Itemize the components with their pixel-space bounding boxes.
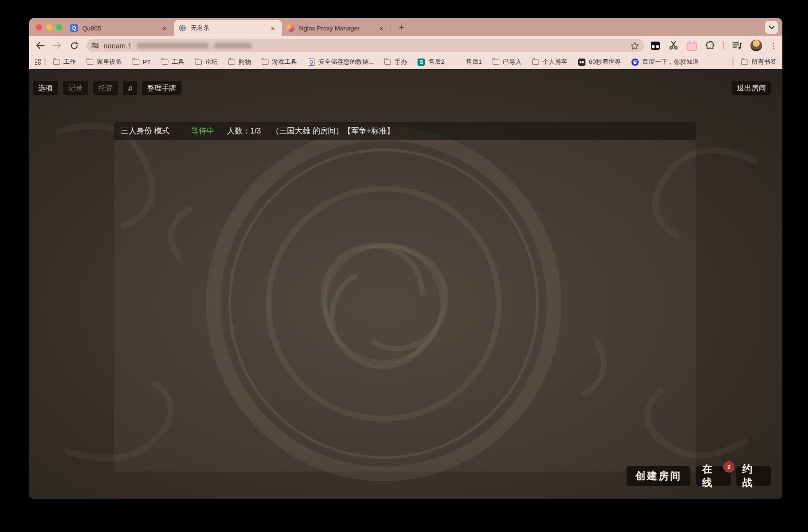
folder-icon (384, 59, 391, 65)
address-bar[interactable]: nonam.1 (87, 39, 644, 52)
zoom-window-button[interactable] (56, 24, 62, 30)
browser-toolbar: nonam.1 (29, 36, 782, 55)
media-controls-icon[interactable] (732, 40, 743, 51)
tab-strip: QQu805×无名杀×Nginx Proxy Manager× + (29, 18, 782, 36)
bookmark-item[interactable]: 个人博客 (532, 58, 568, 66)
exit-room-button[interactable]: 退出房间 (732, 81, 771, 95)
nginx-icon (287, 24, 295, 32)
tab-label: 无名杀 (191, 24, 269, 32)
tune-icon (91, 42, 99, 49)
folder-icon (53, 59, 60, 65)
folder-icon (87, 59, 93, 65)
room-description: （三国大雄 的房间）【军争+标准】 (271, 126, 394, 136)
folder-icon (228, 59, 235, 65)
reload-icon (70, 42, 78, 50)
bookmark-label: PT (143, 59, 151, 66)
tab-Nginx Proxy Manager[interactable]: Nginx Proxy Manager× (282, 20, 390, 36)
music-toggle-button[interactable]: ♫ (123, 81, 137, 95)
folder-icon (493, 59, 499, 65)
tab-无名杀[interactable]: 无名杀× (174, 20, 282, 36)
room-mode-label: 三人身份 模式 (121, 126, 191, 136)
scissors-extension-icon[interactable] (668, 40, 679, 51)
bookmark-item[interactable]: S售后2 (418, 58, 444, 66)
sort-hand-button[interactable]: 整理手牌 (142, 81, 181, 95)
auto-play-button[interactable]: 托管 (93, 81, 118, 95)
bookmark-label: 已导入 (503, 58, 522, 66)
url-redacted-blob (136, 43, 209, 48)
apps-grid-icon[interactable] (35, 59, 41, 65)
chevron-down-icon (769, 26, 775, 30)
bookmark-item[interactable]: 已导入 (493, 58, 522, 66)
browser-menu-button[interactable]: ⋮ (770, 41, 778, 50)
dark-glasses-extension-icon[interactable] (650, 40, 660, 51)
extensions-puzzle-icon[interactable] (705, 40, 716, 51)
lobby-bottom-buttons: 创建房间 在线 2 约战 (627, 466, 771, 486)
baidu-icon (631, 59, 639, 66)
bookmark-item[interactable]: 游戏工具 (262, 58, 297, 66)
folder-icon (195, 59, 202, 65)
bookmark-label: 工具 (172, 58, 184, 66)
options-button[interactable]: 选项 (33, 81, 58, 95)
panda-icon (578, 59, 585, 66)
bookmark-label: 购物 (239, 58, 251, 66)
browser-window: QQu805×无名杀×Nginx Proxy Manager× + (29, 18, 782, 499)
bookmark-item[interactable]: 手办 (384, 58, 407, 66)
minimize-window-button[interactable] (46, 24, 52, 30)
tab-search-button[interactable] (765, 21, 778, 34)
macos-traffic-lights (36, 24, 62, 30)
bookmarks-bar: 工作家里设备PT工具论坛购物游戏工具Q安全储存您的数据...手办S售后2售后1已… (29, 55, 782, 69)
bookmarks-right: 所有书签 (731, 58, 777, 66)
tab-close-icon[interactable]: × (377, 24, 386, 32)
bookmark-item[interactable]: 工具 (162, 58, 184, 66)
bookmark-item[interactable]: 论坛 (195, 58, 218, 66)
reload-button[interactable] (68, 39, 80, 52)
create-room-button[interactable]: 创建房间 (627, 466, 690, 486)
bookmark-item[interactable]: 售后1 (455, 58, 482, 66)
room-player-count: 人数：1/3 (227, 126, 261, 136)
bookmark-item[interactable]: PT (133, 59, 151, 66)
close-window-button[interactable] (36, 24, 42, 30)
log-button[interactable]: 记录 (63, 81, 88, 95)
forward-button[interactable] (51, 39, 63, 52)
bookmark-items: 工作家里设备PT工具论坛购物游戏工具Q安全储存您的数据...手办S售后2售后1已… (53, 58, 709, 66)
bookmark-label: 游戏工具 (272, 58, 297, 66)
tab-list: QQu805×无名杀×Nginx Proxy Manager× (65, 18, 391, 36)
folder-icon (133, 59, 139, 65)
tab-close-icon[interactable]: × (160, 24, 169, 32)
back-arrow-icon (36, 42, 45, 49)
qsafe-icon: Q (308, 59, 315, 66)
url-text: nonam.1 (104, 42, 132, 50)
bookmark-label: 个人博客 (542, 58, 568, 66)
room-info-bar: 三人身份 模式 等待中 人数：1/3 （三国大雄 的房间）【军争+标准】 (114, 122, 696, 140)
bilibili-tv-extension-icon[interactable] (687, 40, 697, 51)
bookmark-item[interactable]: 60秒看世界 (578, 58, 621, 66)
tab-Qu805[interactable]: QQu805× (65, 20, 174, 36)
tab-separator (390, 24, 391, 32)
bookmark-label: 60秒看世界 (589, 58, 621, 66)
tab-close-icon[interactable]: × (269, 24, 277, 32)
bookmarks-separator (45, 58, 45, 66)
game-toolbar: 选项 记录 托管 ♫ 整理手牌 (33, 81, 181, 95)
bookmark-all-bookmarks[interactable]: 所有书签 (741, 58, 777, 66)
forward-arrow-icon (53, 42, 61, 49)
bookmark-label: 售后2 (428, 58, 444, 66)
bookmark-item[interactable]: 工作 (53, 58, 76, 66)
bookmark-star-icon[interactable] (630, 42, 639, 50)
online-players-button[interactable]: 在线 2 (696, 466, 731, 486)
room-status-label: 等待中 (191, 126, 214, 136)
new-tab-button[interactable]: + (395, 21, 408, 34)
bookmark-label: 家里设备 (97, 58, 122, 66)
back-button[interactable] (34, 39, 46, 52)
match-button[interactable]: 约战 (736, 466, 771, 486)
bookmark-item[interactable]: 家里设备 (87, 58, 122, 66)
bookmark-label: 论坛 (205, 58, 218, 66)
room-panel: 三人身份 模式 等待中 人数：1/3 （三国大雄 的房间）【军争+标准】 (114, 122, 696, 472)
toolbar-separator (723, 41, 724, 50)
tab-label: Nginx Proxy Manager (299, 25, 377, 32)
globe-icon (179, 24, 186, 32)
bookmark-item[interactable]: 百度一下，你就知道 (631, 58, 699, 66)
bookmark-item[interactable]: 购物 (228, 58, 251, 66)
bookmark-label: 安全储存您的数据... (318, 58, 374, 66)
profile-avatar[interactable] (750, 40, 762, 51)
bookmark-item[interactable]: Q安全储存您的数据... (308, 58, 374, 66)
